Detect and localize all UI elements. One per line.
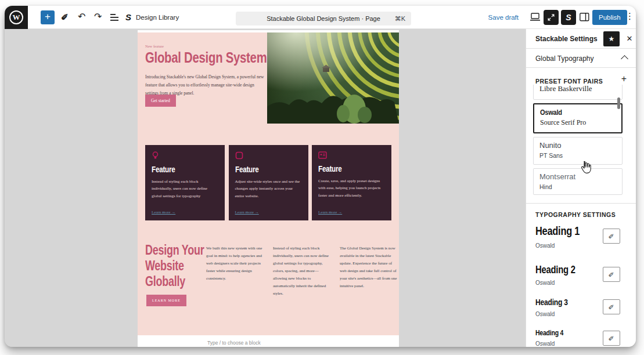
learn-more-link[interactable]: Learn more →: [318, 210, 342, 215]
bottom-heading[interactable]: Design Your Website Globally: [145, 242, 205, 289]
heading-3-font: Oswald: [535, 311, 555, 317]
heading-4-row: Heading 4 Oswald ✎: [526, 328, 636, 347]
wordpress-icon: W: [9, 10, 23, 24]
font-pair-name: Montserrat: [539, 172, 616, 181]
hero-paragraph[interactable]: Introducing Stackable's new Global Desig…: [145, 73, 265, 97]
command-palette[interactable]: Stackable Global Design System · Page ⌘K: [236, 12, 411, 26]
font-pair-secondary: Hind: [539, 183, 616, 190]
bottom-column-1[interactable]: We built this new system with one goal i…: [206, 245, 264, 282]
edit-heading-4-button[interactable]: ✎: [603, 331, 620, 346]
top-toolbar: W + ✎ ↶ ↷ S Design Library Stackable Glo…: [5, 6, 636, 29]
heading-1-row: Heading 1 Oswald ✎: [526, 224, 636, 254]
font-pairs-list: Libre Baskerville Oswald Source Serif Pr…: [526, 85, 636, 196]
sidebar-header: Stackable Settings ★ ✕: [526, 29, 636, 49]
hand-cursor: [580, 160, 592, 174]
bottom-column-3[interactable]: The Global Design System is now availabl…: [340, 245, 397, 290]
feature-title: Feature: [235, 164, 259, 174]
block-inserter-button[interactable]: +: [41, 10, 55, 24]
undo-icon[interactable]: ↶: [78, 11, 85, 22]
learn-more-link[interactable]: Learn more →: [152, 210, 175, 215]
heading-4-font: Oswald: [535, 340, 555, 347]
expand-icon: [547, 13, 555, 21]
preview-device-icon[interactable]: [530, 13, 540, 21]
pencil-icon: ✎: [605, 233, 618, 239]
list-view-icon[interactable]: [110, 14, 120, 21]
block-placeholder[interactable]: Type / to choose a block: [207, 340, 261, 346]
id-card-icon: [318, 151, 327, 159]
feature-body: Create, save, and apply preset designs w…: [318, 178, 385, 199]
feature-cards-row: Feature Instead of styling each block in…: [145, 145, 391, 220]
stackable-settings-button[interactable]: S: [561, 10, 576, 25]
fullscreen-button[interactable]: [544, 10, 559, 25]
bottom-column-2[interactable]: Instead of styling each block individual…: [273, 245, 330, 298]
options-menu-icon[interactable]: ⋮: [625, 11, 634, 21]
heading-1-font: Oswald: [535, 242, 555, 249]
font-pair-libre-baskerville[interactable]: Libre Baskerville: [533, 85, 623, 100]
font-pair-oswald-selected[interactable]: Oswald Source Serif Pro: [533, 103, 623, 133]
sidebar-title: Stackable Settings: [535, 35, 598, 43]
save-draft-button[interactable]: Save draft: [488, 14, 519, 21]
panel-title: Global Typography: [535, 55, 594, 63]
section-divider: [526, 203, 636, 204]
hero-image-rice-terraces[interactable]: [267, 32, 399, 124]
feature-title: Feature: [318, 164, 342, 173]
global-typography-panel-toggle[interactable]: Global Typography: [526, 49, 636, 68]
font-pair-secondary: PT Sans: [539, 152, 616, 159]
pencil-icon: ✎: [605, 304, 618, 310]
add-font-pair-button[interactable]: +: [621, 74, 627, 84]
copy-icon: [235, 151, 243, 160]
heading-3-row: Heading 3 Oswald ✎: [526, 297, 636, 327]
editor-canvas: New feature Global Design System Introdu…: [5, 29, 526, 347]
feature-body: Adjust site-wide styles once and see the…: [235, 178, 302, 200]
heading-4-preview: Heading 4: [535, 328, 563, 337]
font-pair-name: Nunito: [539, 141, 616, 150]
close-icon: ✕: [627, 34, 633, 43]
heading-2-preview: Heading 2: [535, 263, 575, 276]
font-pair-nunito[interactable]: Nunito PT Sans: [533, 137, 623, 165]
heading-2-row: Heading 2 Oswald ✎: [526, 263, 636, 294]
page-cover-section: New feature Global Design System Introdu…: [138, 32, 399, 335]
editor-window: W + ✎ ↶ ↷ S Design Library Stackable Glo…: [5, 6, 636, 347]
chevron-up-icon: [621, 55, 628, 63]
font-pair-name: Libre Baskerville: [539, 85, 616, 93]
feature-body: Instead of styling each block individual…: [152, 178, 218, 200]
heading-1-preview: Heading 1: [535, 224, 580, 238]
edit-heading-3-button[interactable]: ✎: [603, 299, 620, 314]
pencil-icon: ✎: [605, 335, 618, 341]
close-sidebar-button[interactable]: ✕: [622, 31, 636, 46]
learn-more-link[interactable]: Learn more →: [235, 210, 259, 215]
edit-tool-icon[interactable]: ✎: [60, 13, 70, 21]
redo-icon[interactable]: ↷: [94, 11, 102, 22]
pencil-icon: ✎: [605, 271, 618, 277]
font-pair-name: Oswald: [540, 108, 562, 117]
learn-more-button[interactable]: LEARN MORE: [146, 295, 186, 306]
settings-sidebar-icon[interactable]: [580, 13, 589, 21]
design-library-button[interactable]: Design Library: [136, 14, 179, 21]
typography-settings-label: TYPOGRAPHY SETTINGS: [535, 211, 616, 218]
edit-heading-1-button[interactable]: ✎: [603, 229, 620, 244]
star-icon: ★: [609, 35, 615, 43]
feature-card-2[interactable]: Feature Adjust site-wide styles once and…: [229, 145, 308, 220]
get-started-button[interactable]: Get started: [145, 95, 176, 107]
lightbulb-icon: [152, 151, 159, 160]
hero-eyebrow[interactable]: New feature: [145, 44, 164, 48]
heading-3-preview: Heading 3: [535, 297, 568, 307]
command-shortcut: ⌘K: [395, 15, 405, 23]
stackable-settings-sidebar: Stackable Settings ★ ✕ Global Typography…: [526, 29, 636, 347]
wordpress-menu-button[interactable]: W: [5, 6, 28, 29]
preset-font-pairs-label: PRESET FONT PAIRS: [535, 78, 603, 85]
feature-card-3[interactable]: Feature Create, save, and apply preset d…: [312, 145, 391, 220]
font-pair-montserrat[interactable]: Montserrat Hind: [533, 168, 623, 195]
stackable-logo-icon[interactable]: S: [125, 12, 131, 22]
publish-button[interactable]: Publish: [592, 10, 627, 25]
favorite-button[interactable]: ★: [603, 31, 620, 46]
feature-title: Feature: [152, 164, 175, 174]
heading-2-font: Oswald: [535, 280, 555, 286]
page-document: New feature Global Design System Introdu…: [138, 30, 399, 347]
feature-card-1[interactable]: Feature Instead of styling each block in…: [145, 145, 225, 220]
scrollbar-thumb[interactable]: [617, 97, 620, 109]
font-pair-secondary: Source Serif Pro: [540, 118, 616, 127]
edit-heading-2-button[interactable]: ✎: [603, 267, 620, 282]
document-title: Stackable Global Design System · Page: [236, 15, 411, 22]
